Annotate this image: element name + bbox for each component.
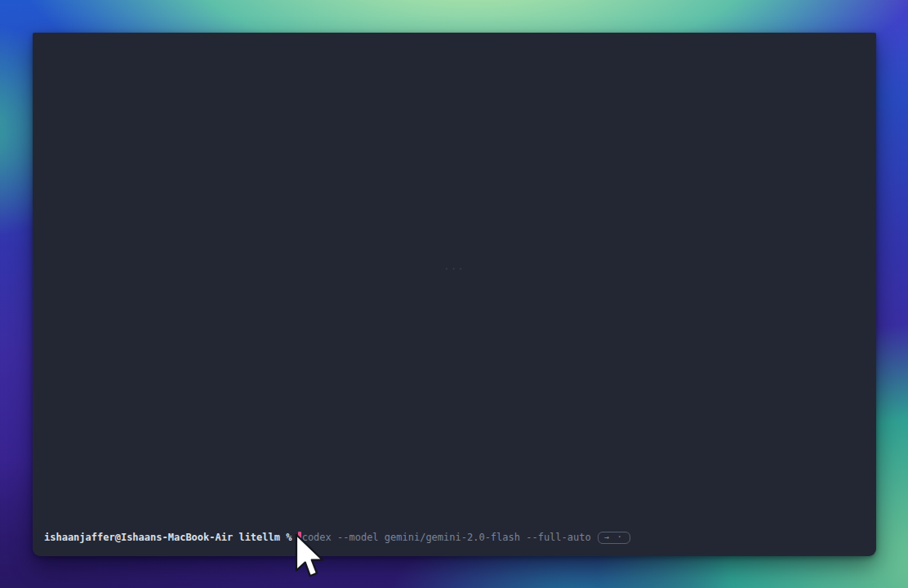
shell-prompt: ishaanjaffer@Ishaans-MacBook-Air litellm…	[44, 531, 298, 544]
accept-suggestion-key-hint: → ·	[598, 532, 630, 544]
terminal-window[interactable]: ··· ishaanjaffer@Ishaans-MacBook-Air lit…	[33, 33, 876, 556]
autosuggestion-command: codex --model gemini/gemini-2.0-flash --…	[302, 531, 591, 544]
terminal-output-ellipsis: ···	[33, 264, 876, 274]
terminal-prompt-line[interactable]: ishaanjaffer@Ishaans-MacBook-Air litellm…	[44, 531, 865, 544]
text-cursor	[298, 532, 301, 543]
